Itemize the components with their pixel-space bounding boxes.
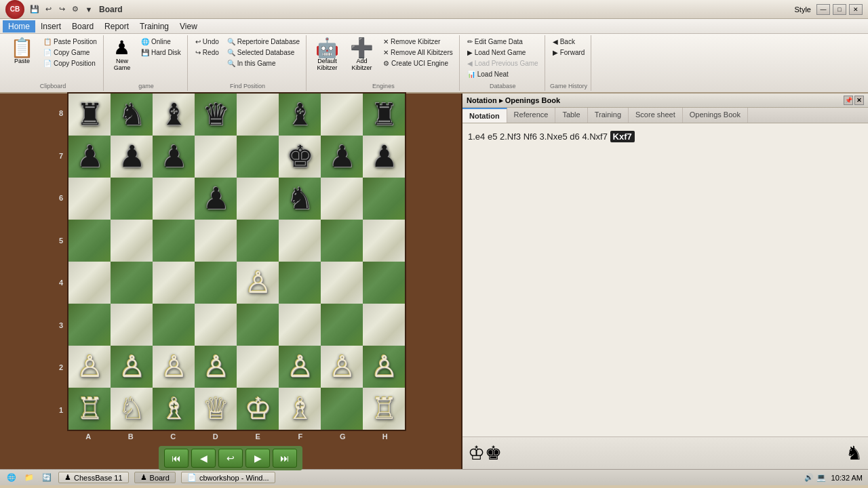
taskbar-cbworkshop[interactable]: 📄 cbworkshop - Wind... bbox=[181, 472, 275, 483]
first-move-button[interactable]: ⏮ bbox=[164, 449, 189, 468]
online-button[interactable]: 🌐 Online bbox=[138, 37, 184, 47]
add-kibitzer-button[interactable]: ➕ Add Kibitzer bbox=[345, 37, 378, 73]
square-A4[interactable] bbox=[68, 262, 111, 304]
square-H1[interactable]: ♖ bbox=[363, 388, 405, 430]
tab-notation[interactable]: Notation bbox=[462, 108, 507, 123]
menu-board[interactable]: Board bbox=[66, 20, 99, 33]
square-G1[interactable] bbox=[321, 388, 363, 430]
square-A6[interactable] bbox=[68, 178, 111, 220]
square-A8[interactable]: ♜ bbox=[68, 94, 111, 136]
settings-icon[interactable]: ⚙ bbox=[69, 3, 81, 16]
prev-move-button[interactable]: ◀ bbox=[191, 449, 216, 468]
square-B5[interactable] bbox=[111, 220, 153, 262]
menu-training[interactable]: Training bbox=[134, 20, 174, 33]
square-C5[interactable] bbox=[153, 220, 195, 262]
square-B1[interactable]: ♘ bbox=[111, 388, 153, 430]
square-H2[interactable]: ♙ bbox=[363, 346, 405, 388]
copy-game-button[interactable]: 📄 Copy Game bbox=[40, 47, 100, 58]
taskbar-board[interactable]: ♟ Board bbox=[134, 472, 176, 483]
square-E8[interactable] bbox=[237, 94, 279, 136]
load-neat-button[interactable]: 📊 Load Neat bbox=[464, 69, 542, 79]
edit-game-button[interactable]: ✏ Edit Game Data bbox=[464, 37, 542, 47]
selected-db-button[interactable]: 🔍 Selected Database bbox=[224, 47, 303, 58]
folder-icon[interactable]: 📁 bbox=[23, 472, 35, 484]
square-C3[interactable] bbox=[153, 304, 195, 346]
square-C8[interactable]: ♝ bbox=[153, 94, 195, 136]
minimize-button[interactable]: — bbox=[816, 4, 830, 15]
square-E2[interactable] bbox=[237, 346, 279, 388]
square-D7[interactable] bbox=[195, 136, 237, 178]
load-next-button[interactable]: ▶ Load Next Game bbox=[464, 47, 542, 58]
square-B4[interactable] bbox=[111, 262, 153, 304]
new-game-button[interactable]: ♟ New Game bbox=[108, 37, 136, 73]
tab-openings-book[interactable]: Openings Book bbox=[683, 108, 748, 123]
square-A3[interactable] bbox=[68, 304, 111, 346]
square-H4[interactable] bbox=[363, 262, 405, 304]
forward-button[interactable]: ▶ Forward bbox=[549, 47, 589, 58]
square-C2[interactable]: ♙ bbox=[153, 346, 195, 388]
square-G6[interactable] bbox=[321, 178, 363, 220]
square-F7[interactable]: ♚ bbox=[279, 136, 321, 178]
square-E6[interactable] bbox=[237, 178, 279, 220]
square-A1[interactable]: ♖ bbox=[68, 388, 111, 430]
square-C4[interactable] bbox=[153, 262, 195, 304]
square-H8[interactable]: ♜ bbox=[363, 94, 405, 136]
default-kibitzer-button[interactable]: 🤖 Default Kibitzer bbox=[311, 37, 344, 73]
taskbar-chessbase[interactable]: ♟ ChessBase 11 bbox=[58, 472, 129, 483]
paste-button[interactable]: 📋 Paste bbox=[5, 37, 39, 66]
redo-icon[interactable]: ↪ bbox=[56, 3, 68, 16]
create-uci-button[interactable]: ⚙ Create UCI Engine bbox=[380, 58, 456, 68]
square-G2[interactable]: ♙ bbox=[321, 346, 363, 388]
copy-position-button[interactable]: 📄 Copy Position bbox=[40, 58, 100, 68]
menu-report[interactable]: Report bbox=[99, 20, 134, 33]
square-D2[interactable]: ♙ bbox=[195, 346, 237, 388]
next-move-button[interactable]: ▶ bbox=[245, 449, 270, 468]
square-C6[interactable] bbox=[153, 178, 195, 220]
tab-training[interactable]: Training bbox=[588, 108, 629, 123]
tab-reference[interactable]: Reference bbox=[507, 108, 556, 123]
square-D1[interactable]: ♕ bbox=[195, 388, 237, 430]
square-F5[interactable] bbox=[279, 220, 321, 262]
square-F6[interactable]: ♞ bbox=[279, 178, 321, 220]
square-G5[interactable] bbox=[321, 220, 363, 262]
remove-all-kibitzers-button[interactable]: ✕ Remove All Kibitzers bbox=[380, 47, 456, 58]
menu-view[interactable]: View bbox=[174, 20, 203, 33]
browser-icon[interactable]: 🌐 bbox=[5, 472, 18, 484]
square-B3[interactable] bbox=[111, 304, 153, 346]
square-G8[interactable] bbox=[321, 94, 363, 136]
square-C1[interactable]: ♗ bbox=[153, 388, 195, 430]
refresh-icon[interactable]: 🔄 bbox=[41, 472, 53, 484]
square-D8[interactable]: ♛ bbox=[195, 94, 237, 136]
square-A7[interactable]: ♟ bbox=[68, 136, 111, 178]
tab-score-sheet[interactable]: Score sheet bbox=[629, 108, 683, 123]
dropdown-icon[interactable]: ▼ bbox=[83, 3, 95, 16]
menu-insert[interactable]: Insert bbox=[35, 20, 66, 33]
square-F1[interactable]: ♗ bbox=[279, 388, 321, 430]
square-E5[interactable] bbox=[237, 220, 279, 262]
undo-button[interactable]: ↩ Undo bbox=[192, 37, 222, 47]
square-F4[interactable] bbox=[279, 262, 321, 304]
repertoire-db-button[interactable]: 🔍 Repertoire Database bbox=[224, 37, 303, 47]
square-C7[interactable]: ♟ bbox=[153, 136, 195, 178]
square-B7[interactable]: ♟ bbox=[111, 136, 153, 178]
square-A5[interactable] bbox=[68, 220, 111, 262]
last-move-button[interactable]: ⏭ bbox=[273, 449, 297, 468]
square-F2[interactable]: ♙ bbox=[279, 346, 321, 388]
square-G7[interactable]: ♟ bbox=[321, 136, 363, 178]
undo-icon[interactable]: ↩ bbox=[42, 3, 54, 16]
square-D3[interactable] bbox=[195, 304, 237, 346]
remove-kibitzer-button[interactable]: ✕ Remove Kibitzer bbox=[380, 37, 456, 47]
menu-home[interactable]: Home bbox=[3, 20, 35, 33]
square-E4[interactable]: ♙ bbox=[237, 262, 279, 304]
square-F3[interactable] bbox=[279, 304, 321, 346]
square-G3[interactable] bbox=[321, 304, 363, 346]
back-button[interactable]: ◀ Back bbox=[549, 37, 589, 47]
square-H6[interactable] bbox=[363, 178, 405, 220]
square-B2[interactable]: ♙ bbox=[111, 346, 153, 388]
tab-table[interactable]: Table bbox=[555, 108, 587, 123]
close-button[interactable]: ✕ bbox=[849, 4, 863, 15]
panel-close-button[interactable]: ✕ bbox=[854, 96, 864, 105]
paste-position-button[interactable]: 📋 Paste Position bbox=[40, 37, 100, 47]
square-F8[interactable]: ♝ bbox=[279, 94, 321, 136]
in-this-game-button[interactable]: 🔍 In this Game bbox=[224, 58, 303, 68]
